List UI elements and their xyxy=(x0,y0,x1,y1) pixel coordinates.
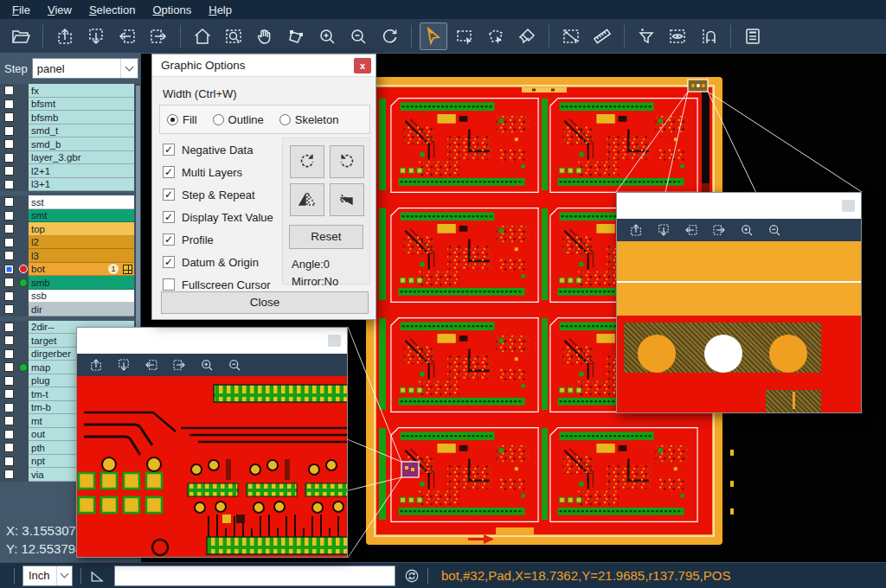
shift-right-icon[interactable] xyxy=(708,220,730,240)
unit-dropdown[interactable]: Inch xyxy=(22,566,73,586)
layer-row-dir[interactable]: dir xyxy=(0,303,134,316)
layer-row-layer_3.gbr[interactable]: layer_3.gbr xyxy=(0,151,134,165)
chevron-down-icon[interactable] xyxy=(56,566,72,585)
preview-right-content[interactable] xyxy=(617,241,861,412)
angle-measure-icon[interactable] xyxy=(89,567,106,585)
shift-right-icon[interactable] xyxy=(168,355,190,374)
layer-checkbox[interactable] xyxy=(4,304,14,314)
shift-down-icon[interactable] xyxy=(82,22,110,50)
layer-checkbox[interactable] xyxy=(4,430,14,439)
preview-right-titlebar[interactable] xyxy=(617,193,861,219)
rotate-ccw-button[interactable] xyxy=(330,145,364,178)
shift-up-icon[interactable] xyxy=(51,22,79,50)
filter-icon[interactable] xyxy=(632,22,660,50)
step-dropdown[interactable]: panel xyxy=(32,58,138,79)
checkbox-display-text-value[interactable]: ✓Display Text Value xyxy=(163,208,284,226)
layer-checkbox[interactable] xyxy=(4,99,14,109)
properties-panel-icon[interactable] xyxy=(739,22,767,50)
zoom-in-icon[interactable] xyxy=(313,22,341,50)
layer-checkbox[interactable] xyxy=(4,197,14,207)
layer-row-fx[interactable]: fx xyxy=(0,84,134,98)
shift-down-icon[interactable] xyxy=(112,355,135,374)
refresh-icon[interactable] xyxy=(404,568,420,584)
mirror-horizontal-button[interactable] xyxy=(290,183,324,216)
zoom-previous-icon[interactable] xyxy=(376,22,403,50)
layer-checkbox[interactable] xyxy=(4,166,14,176)
layer-row-bot[interactable]: bot1 xyxy=(0,263,134,277)
layer-checkbox[interactable] xyxy=(4,86,14,95)
shift-right-icon[interactable] xyxy=(144,22,172,50)
menu-view[interactable]: View xyxy=(39,2,80,18)
chevron-down-icon[interactable] xyxy=(120,59,138,78)
layer-checkbox[interactable] xyxy=(4,251,14,260)
preview-left-content[interactable] xyxy=(77,376,347,557)
zoom-source-rect-top-right[interactable] xyxy=(688,80,708,92)
rect-select-icon[interactable] xyxy=(451,22,478,50)
radio-fill[interactable]: Fill xyxy=(167,113,197,126)
close-icon[interactable]: x xyxy=(354,58,371,74)
home-icon[interactable] xyxy=(189,22,216,50)
layer-checkbox[interactable] xyxy=(4,291,14,301)
menu-help[interactable]: Help xyxy=(200,2,241,18)
command-input[interactable] xyxy=(114,566,395,586)
layer-checkbox[interactable] xyxy=(4,238,14,247)
layer-checkbox[interactable] xyxy=(4,376,14,386)
layer-checkbox[interactable] xyxy=(4,211,14,220)
window-button-icon[interactable] xyxy=(842,200,855,212)
reset-button[interactable]: Reset xyxy=(289,225,363,249)
mirror-vertical-button[interactable] xyxy=(330,183,364,216)
layer-checkbox[interactable] xyxy=(4,180,14,189)
clean-brush-icon[interactable] xyxy=(513,22,541,50)
layer-checkbox[interactable] xyxy=(4,457,14,466)
layer-row-smt[interactable]: smt xyxy=(0,209,134,223)
layer-checkbox[interactable] xyxy=(4,349,14,359)
checkbox-profile[interactable]: ✓Profile xyxy=(163,231,284,248)
zoom-in-icon[interactable] xyxy=(735,220,758,240)
ruler-icon[interactable] xyxy=(588,22,616,50)
layer-row-smb[interactable]: smb xyxy=(0,276,134,290)
layer-checkbox[interactable] xyxy=(4,336,14,345)
zoom-out-icon[interactable] xyxy=(763,220,786,240)
checkbox-datum-origin[interactable]: ✓Datum & Origin xyxy=(163,253,284,271)
grid-icon[interactable] xyxy=(123,265,132,274)
layer-checkbox[interactable] xyxy=(4,362,14,372)
window-button-icon[interactable] xyxy=(328,335,341,347)
close-button[interactable]: Close xyxy=(161,291,369,314)
layer-row-sst[interactable]: sst xyxy=(0,195,134,209)
zoom-out-icon[interactable] xyxy=(223,355,246,374)
layer-checkbox[interactable] xyxy=(4,323,14,332)
snap-icon[interactable] xyxy=(695,22,722,50)
radio-outline[interactable]: Outline xyxy=(213,113,264,126)
checkbox-step-repeat[interactable]: ✓Step & Repeat xyxy=(163,186,284,203)
open-folder-icon[interactable] xyxy=(7,22,35,50)
menu-options[interactable]: Options xyxy=(144,2,200,18)
display-options-icon[interactable] xyxy=(664,22,691,50)
checkbox-multi-layers[interactable]: ✓Multi Layers xyxy=(163,163,284,181)
layer-row-l2[interactable]: l2 xyxy=(0,236,134,250)
shift-up-icon[interactable] xyxy=(625,220,647,240)
layer-row-l2+1[interactable]: l2+1 xyxy=(0,164,134,178)
layer-row-bfsmt[interactable]: bfsmt xyxy=(0,98,134,112)
shift-up-icon[interactable] xyxy=(85,355,107,374)
layer-checkbox[interactable] xyxy=(4,416,14,425)
preview-left-titlebar[interactable] xyxy=(77,328,347,354)
zoom-source-rect-lower-left[interactable] xyxy=(401,462,419,477)
shift-left-icon[interactable] xyxy=(140,355,163,374)
checkbox-fullscreen-cursor[interactable]: Fullscreen Cursor xyxy=(163,276,284,293)
layer-checkbox[interactable] xyxy=(4,139,14,149)
menu-selection[interactable]: Selection xyxy=(80,2,144,18)
zoom-out-icon[interactable] xyxy=(344,22,372,50)
layer-checkbox[interactable] xyxy=(4,112,14,122)
menu-file[interactable]: File xyxy=(3,2,39,18)
layer-row-bfsmb[interactable]: bfsmb xyxy=(0,111,134,125)
measure-distance-icon[interactable] xyxy=(557,22,585,50)
select-arrow-icon[interactable] xyxy=(420,22,447,50)
polygon-select-icon[interactable] xyxy=(282,22,310,50)
zoom-window-icon[interactable] xyxy=(220,22,247,50)
layer-checkbox[interactable] xyxy=(4,126,14,136)
layer-checkbox[interactable] xyxy=(4,278,14,287)
layer-checkbox[interactable] xyxy=(4,265,14,274)
zoom-in-icon[interactable] xyxy=(196,355,218,374)
layer-checkbox[interactable] xyxy=(4,403,14,412)
radio-skeleton[interactable]: Skeleton xyxy=(279,113,339,126)
